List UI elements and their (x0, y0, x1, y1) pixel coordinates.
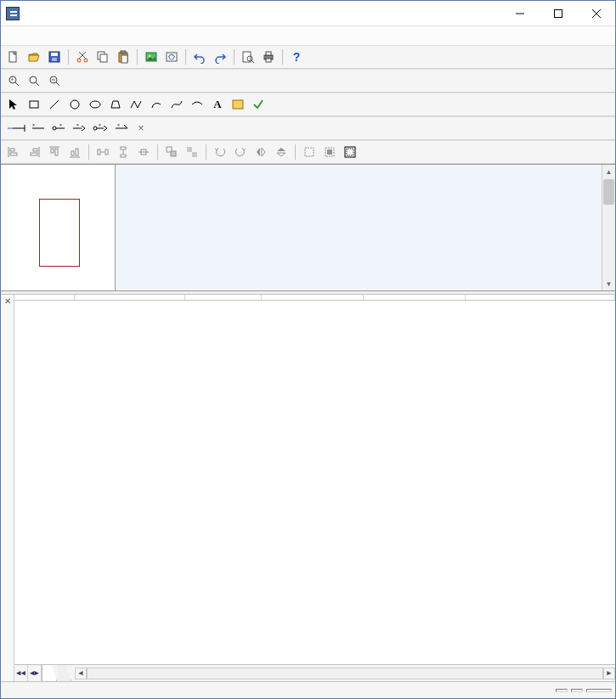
cut-button[interactable] (73, 48, 92, 66)
pin-clock-icon[interactable]: × (71, 119, 89, 138)
col-length[interactable] (184, 295, 261, 301)
tab-draw-layer[interactable] (57, 665, 71, 681)
dist-h-icon[interactable] (93, 143, 112, 161)
text-tool[interactable]: A (208, 95, 227, 114)
image-button[interactable] (142, 48, 161, 66)
zoom-out-button[interactable] (45, 71, 64, 90)
undo-button[interactable] (190, 48, 209, 66)
arc-tool[interactable] (147, 95, 166, 114)
dist-v-icon[interactable] (114, 143, 133, 161)
align-bottom-icon[interactable] (65, 143, 84, 161)
svg-line-54 (124, 125, 127, 128)
flip-v-icon[interactable] (272, 143, 291, 161)
group-icon[interactable] (162, 143, 181, 161)
bezier-tool[interactable] (167, 95, 186, 114)
separator (282, 49, 283, 65)
center-icon[interactable] (134, 143, 153, 161)
new-button[interactable] (4, 48, 23, 66)
pin-dot-icon[interactable]: × (50, 119, 69, 138)
picture-button[interactable] (162, 48, 181, 66)
menu-help[interactable] (89, 34, 99, 37)
maximize-button[interactable] (539, 1, 577, 26)
close-button[interactable] (577, 1, 615, 26)
scroll-up-icon[interactable]: ▲ (602, 165, 615, 178)
rotate-left-icon[interactable] (211, 143, 229, 161)
pin-short-icon[interactable]: × (30, 119, 48, 138)
curve-tool[interactable] (188, 95, 206, 114)
menu-pins[interactable] (42, 34, 52, 37)
align-top-icon[interactable] (45, 143, 64, 161)
pin-x-icon[interactable]: × (133, 119, 149, 138)
ungroup-icon[interactable] (183, 143, 201, 161)
redo-button[interactable] (211, 48, 229, 66)
toolbar-draw: A (1, 93, 615, 116)
canvas-scrollbar[interactable]: ▲ ▼ (602, 165, 615, 290)
save-button[interactable] (45, 48, 64, 66)
zoom-in-button[interactable]: + (4, 71, 23, 90)
bounds-icon[interactable] (341, 143, 359, 161)
rect-tool[interactable] (25, 95, 43, 114)
select-tool[interactable] (4, 95, 23, 114)
menu-layout[interactable] (65, 34, 76, 37)
rotate-right-icon[interactable] (231, 143, 250, 161)
polyline-tool[interactable] (127, 95, 145, 114)
marquee-icon[interactable] (320, 143, 339, 161)
svg-text:×: × (99, 122, 101, 127)
svg-rect-72 (121, 155, 126, 157)
polygon-tool[interactable] (106, 95, 125, 114)
canvas-empty[interactable] (116, 165, 602, 290)
check-tool[interactable] (249, 95, 268, 114)
open-button[interactable] (25, 48, 43, 66)
svg-rect-13 (100, 54, 107, 62)
marquee-lock-icon[interactable] (300, 143, 319, 161)
menu-edit[interactable] (18, 34, 28, 37)
canvas-dots[interactable] (1, 165, 116, 290)
svg-point-45 (53, 127, 56, 130)
circle-tool[interactable] (65, 95, 84, 114)
menubar (1, 26, 615, 45)
menu-view[interactable] (30, 34, 40, 37)
col-orient[interactable] (363, 295, 465, 301)
svg-line-33 (56, 82, 59, 86)
svg-rect-66 (71, 151, 74, 155)
col-shape[interactable] (74, 295, 184, 301)
pin-zero-icon[interactable]: × (113, 119, 132, 138)
pin-dotclock-icon[interactable]: × (91, 119, 111, 138)
minimize-button[interactable] (500, 1, 539, 26)
line-tool[interactable] (45, 95, 64, 114)
symbol-preview[interactable] (39, 199, 80, 267)
menu-file[interactable] (6, 34, 16, 37)
fill-tool[interactable] (229, 95, 247, 114)
svg-line-36 (50, 100, 59, 109)
copy-button[interactable] (93, 48, 112, 66)
col-font[interactable] (465, 295, 615, 301)
hscroll-right-icon[interactable]: ▶ (603, 668, 615, 679)
flip-h-icon[interactable] (251, 143, 270, 161)
nav-first-icon[interactable]: ◀◀ (14, 665, 28, 681)
svg-text:×: × (59, 122, 62, 127)
align-left-icon[interactable] (4, 143, 23, 161)
svg-rect-60 (33, 149, 37, 151)
col-symnames[interactable] (261, 295, 363, 301)
pin-line-icon[interactable] (4, 119, 28, 138)
menu-graphics[interactable] (54, 34, 64, 37)
tab-pins[interactable] (42, 665, 57, 681)
status-grid (571, 689, 583, 692)
col-name[interactable] (14, 295, 74, 301)
svg-rect-63 (51, 149, 54, 153)
help-button[interactable]: ? (287, 48, 306, 66)
nav-prev-icon[interactable]: ◀▶ (28, 665, 42, 681)
hscroll-left-icon[interactable]: ◀ (75, 668, 87, 679)
scroll-thumb[interactable] (603, 179, 614, 205)
ellipse-tool[interactable] (86, 95, 105, 114)
menu-tools[interactable] (77, 34, 88, 37)
preview-button[interactable] (239, 48, 257, 66)
print-button[interactable] (259, 48, 278, 66)
sheet-hscroll[interactable]: ◀ ▶ (71, 665, 615, 681)
zoom-fit-button[interactable] (25, 71, 43, 90)
panel-close-icon[interactable]: ✕ (1, 295, 14, 681)
paste-button[interactable] (114, 48, 133, 66)
separator (157, 144, 158, 160)
scroll-down-icon[interactable]: ▼ (602, 277, 615, 290)
align-right-icon[interactable] (25, 143, 43, 161)
